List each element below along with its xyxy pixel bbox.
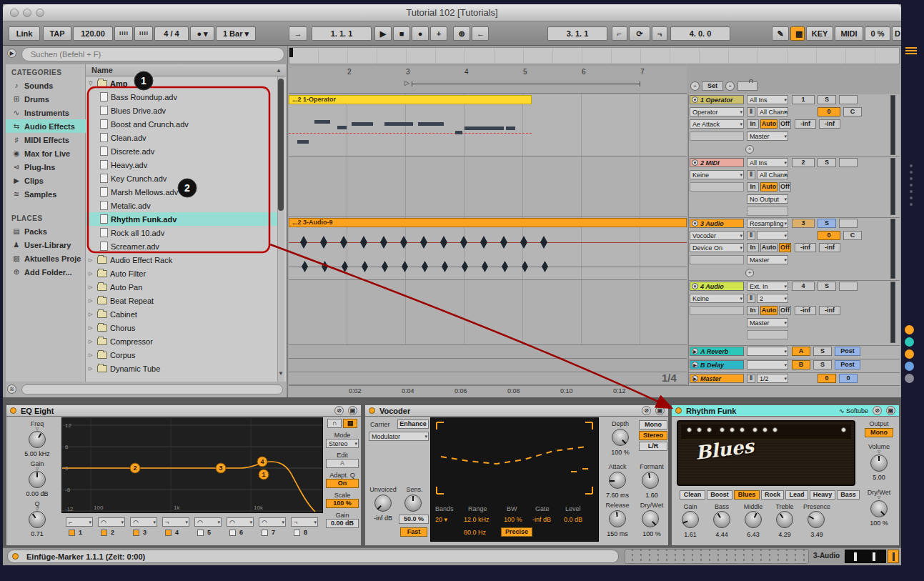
preset-row[interactable]: Blues Drive.adv (100, 104, 292, 117)
input-type-chooser[interactable]: All Ins (747, 158, 788, 167)
audition-button[interactable]: ∩ (327, 419, 342, 428)
lr-button[interactable]: L/R (639, 442, 667, 451)
device-chooser[interactable]: Operator (690, 107, 744, 116)
prev-marker-button[interactable]: + (690, 81, 700, 91)
key-map-button[interactable]: KEY (806, 26, 833, 41)
gain-value[interactable]: 0.00 dB (19, 490, 56, 497)
back-to-arrangement-button[interactable]: ← (472, 26, 489, 41)
output-chooser[interactable]: Master (747, 255, 788, 264)
preset-row[interactable]: Clean.adv (100, 131, 292, 144)
arm-button[interactable] (839, 219, 858, 228)
depth-value[interactable]: 100 % (605, 449, 636, 456)
audio-clip[interactable]: ...2 3-Audio-9 (289, 218, 687, 227)
play-button[interactable]: ▶ (374, 26, 392, 41)
overdub-button[interactable]: + (430, 26, 447, 41)
amp-mode-rock[interactable]: Rock (761, 490, 784, 500)
punch-out-button[interactable]: ¬ (652, 26, 667, 41)
time-signature-field[interactable]: 4 / 4 (154, 26, 189, 41)
loop-start-marker[interactable]: ▷ (404, 79, 409, 86)
amp-volume-knob[interactable] (870, 455, 888, 472)
bands-value[interactable]: 20 ▾ (435, 516, 447, 523)
release-value[interactable]: 150 ms (600, 530, 635, 537)
monitor-in-button[interactable]: In (747, 119, 759, 129)
output-chooser[interactable]: Master (747, 131, 788, 141)
eq-band-marker[interactable]: 2 (133, 465, 136, 472)
formant-value[interactable]: 1.60 (635, 492, 669, 499)
sidebar-item-plug-ins[interactable]: ⊲Plug-Ins (6, 160, 86, 174)
vocoder-display[interactable]: Bands Range BW Gate Level 20 ▾ 12.0 kHz … (430, 417, 599, 542)
solo-button[interactable]: S (818, 158, 836, 167)
band-filter-type[interactable]: ◠ (98, 517, 125, 527)
amp-mode-clean[interactable]: Clean (680, 490, 705, 500)
band-enable-checkbox[interactable] (69, 530, 75, 536)
mono-button[interactable]: Mono (639, 420, 667, 429)
loop-brace[interactable] (412, 84, 640, 84)
amp-mode-boost[interactable]: Boost (707, 490, 732, 500)
folder-row[interactable]: ▷Auto Pan (89, 280, 280, 294)
solo-button[interactable]: S (818, 219, 836, 228)
folder-row-amp[interactable]: ▽Amp (89, 76, 280, 90)
arrangement-position-field[interactable]: 1. 1. 1 (312, 26, 372, 41)
band-filter-type[interactable]: ◠ (227, 517, 254, 527)
save-preset-icon[interactable]: ▣ (348, 406, 357, 415)
sidebar-item-clips[interactable]: ▶Clips (6, 174, 86, 187)
metronome-button[interactable]: ● ▾ (190, 26, 214, 41)
preset-row-selected[interactable]: Rhythm Funk.adv (100, 212, 292, 226)
panel-menu-icon[interactable] (905, 47, 917, 49)
preset-row[interactable]: Bass Roundup.adv (100, 90, 292, 104)
drywet-value[interactable]: 100 % (635, 530, 669, 537)
vocoder-title-bar[interactable]: Vocoder ⊘ ▣ (365, 405, 668, 417)
track-lane-2[interactable] (289, 157, 687, 217)
nudge-up-button[interactable]: IIII (134, 26, 153, 41)
edit-ab-button[interactable]: A (326, 459, 359, 468)
attack-knob[interactable] (609, 472, 626, 489)
mode-chooser[interactable]: Stereo (326, 439, 359, 448)
formant-knob[interactable] (642, 472, 659, 489)
monitor-off-button[interactable]: Off (779, 243, 791, 252)
track-number-badge[interactable]: 3 (792, 219, 815, 228)
freq-value[interactable]: 5.00 kHz (19, 450, 56, 457)
input-channel-chooser[interactable] (757, 231, 788, 240)
device-on-led[interactable] (10, 407, 16, 414)
amp-drywet-value[interactable]: 100 % (862, 520, 896, 527)
amp-gain-knob[interactable] (682, 511, 699, 528)
output-chooser[interactable]: No Output (747, 194, 788, 204)
band-enable-checkbox[interactable] (229, 530, 236, 536)
pre-post-toggle[interactable]: Post (835, 347, 860, 356)
track-header-3-audio[interactable]: ▼3 Audio (690, 219, 744, 228)
device-param-chooser[interactable]: Ae Attack (690, 119, 744, 129)
output-mode-button[interactable]: Mono (865, 428, 893, 437)
return-badge[interactable]: B (792, 360, 810, 369)
list-header-row[interactable]: Name ▲ (86, 64, 286, 76)
band-filter-type[interactable]: ◠ (194, 517, 222, 527)
amp-treble-knob[interactable] (776, 511, 793, 528)
solo-button[interactable]: S (818, 282, 836, 291)
precise-retain-toggle[interactable]: Precise (501, 527, 532, 537)
loop-length-field[interactable]: 4. 0. 0 (670, 26, 730, 41)
track-header-2-midi[interactable]: ▼2 MIDI (690, 158, 744, 167)
nudge-down-button[interactable]: IIII (114, 26, 133, 41)
arm-button[interactable] (839, 95, 858, 104)
device-chooser[interactable]: Keine (690, 294, 744, 303)
name-column-header[interactable]: Name (91, 66, 113, 74)
automation-arm-button[interactable]: ⊕ (453, 26, 470, 41)
volume-field[interactable]: 0 (818, 231, 840, 240)
sens-knob[interactable] (404, 495, 422, 512)
amp-presence-value[interactable]: 3.49 (799, 531, 835, 538)
master-header[interactable]: ▶Master (690, 374, 744, 383)
band-filter-type[interactable]: ⌐ (66, 517, 93, 527)
gate-value[interactable]: -inf dB (532, 516, 551, 523)
monitor-off-button[interactable]: Off (779, 182, 791, 192)
master-volume-field[interactable]: 0 (818, 374, 836, 383)
return-header-b-delay[interactable]: ▶B Delay (690, 360, 744, 369)
browser-search-input[interactable] (21, 47, 284, 61)
device-chooser[interactable]: Keine (690, 170, 744, 179)
tap-tempo-button[interactable]: TAP (43, 26, 71, 41)
input-type-chooser[interactable]: Resampling (747, 219, 788, 228)
band-enable-checkbox[interactable] (197, 530, 204, 536)
eq-band-marker[interactable]: 1 (262, 471, 265, 478)
eq-band-marker[interactable]: 4 (260, 458, 264, 465)
quantization-menu[interactable]: 1 Bar ▾ (216, 26, 256, 41)
collapsed-panel-badge[interactable] (905, 325, 914, 334)
drywet-knob[interactable] (642, 510, 659, 527)
